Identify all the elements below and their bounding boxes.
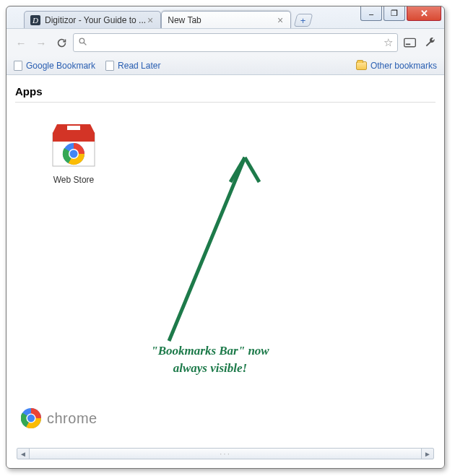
favicon-digitizor: D: [30, 15, 40, 25]
toolbar: ← → ☆: [6, 28, 444, 56]
page-action-button[interactable]: [401, 34, 418, 51]
page-action-icon: [404, 38, 416, 48]
svg-point-9: [70, 150, 78, 158]
section-heading-apps: Apps: [15, 85, 436, 103]
search-icon: [78, 37, 87, 48]
bookmark-item[interactable]: Google Bookmark: [14, 61, 95, 71]
svg-rect-5: [53, 133, 95, 142]
chrome-brand: chrome: [21, 408, 98, 428]
bookmark-label: Google Bookmark: [26, 61, 95, 71]
annotation-line2: always visible!: [173, 361, 247, 375]
svg-rect-2: [404, 38, 415, 46]
folder-icon: [356, 61, 367, 70]
wrench-icon: [424, 37, 436, 48]
page-content: Apps We: [6, 75, 444, 454]
scroll-left-arrow[interactable]: ◄: [17, 449, 29, 459]
tab-inactive[interactable]: D Digitizor - Your Guide to ... ×: [24, 11, 161, 28]
horizontal-scrollbar[interactable]: ◄ ··· ►: [17, 448, 434, 459]
svg-rect-6: [67, 126, 80, 130]
app-label: Web Store: [34, 175, 113, 185]
chrome-logo-icon: [21, 408, 41, 428]
annotation-text: "Bookmarks Bar" now always visible!: [131, 342, 290, 377]
page-icon: [105, 61, 114, 71]
back-button[interactable]: ←: [12, 34, 30, 51]
apps-grid: Web Store: [15, 103, 436, 185]
tab-title: Digitizor - Your Guide to ...: [45, 15, 146, 25]
chrome-brand-text: chrome: [47, 410, 98, 427]
browser-window: – ❐ ✕ D Digitizor - Your Guide to ... × …: [6, 6, 445, 469]
svg-line-1: [84, 43, 86, 45]
tab-close-icon[interactable]: ×: [276, 16, 285, 25]
other-bookmarks-button[interactable]: Other bookmarks: [356, 61, 437, 71]
page-icon: [14, 61, 22, 71]
reload-button[interactable]: [53, 34, 70, 51]
svg-point-0: [79, 38, 84, 43]
svg-point-15: [27, 415, 35, 422]
svg-line-10: [169, 157, 245, 341]
svg-rect-3: [405, 43, 410, 45]
annotation-line1: "Bookmarks Bar" now: [151, 344, 269, 358]
tab-title: New Tab: [168, 15, 201, 25]
tab-strip: D Digitizor - Your Guide to ... × New Ta…: [6, 7, 444, 28]
reload-icon: [56, 38, 67, 48]
web-store-icon: [48, 123, 99, 169]
tab-close-icon[interactable]: ×: [146, 16, 155, 25]
wrench-menu-button[interactable]: [421, 34, 438, 51]
new-tab-button[interactable]: +: [294, 14, 313, 27]
omnibox[interactable]: ☆: [73, 33, 398, 52]
bookmarks-bar: Google Bookmark Read Later Other bookmar…: [6, 56, 444, 75]
other-bookmarks-label: Other bookmarks: [370, 61, 437, 71]
bookmark-star-icon[interactable]: ☆: [384, 36, 393, 49]
bookmark-label: Read Later: [118, 61, 160, 71]
app-web-store[interactable]: Web Store: [34, 123, 113, 185]
bookmark-item[interactable]: Read Later: [105, 61, 160, 71]
scroll-thumb[interactable]: ···: [29, 449, 422, 459]
scroll-right-arrow[interactable]: ►: [422, 449, 433, 459]
forward-button[interactable]: →: [32, 34, 50, 51]
omnibox-input[interactable]: [90, 37, 384, 49]
tab-active[interactable]: New Tab ×: [161, 11, 291, 28]
